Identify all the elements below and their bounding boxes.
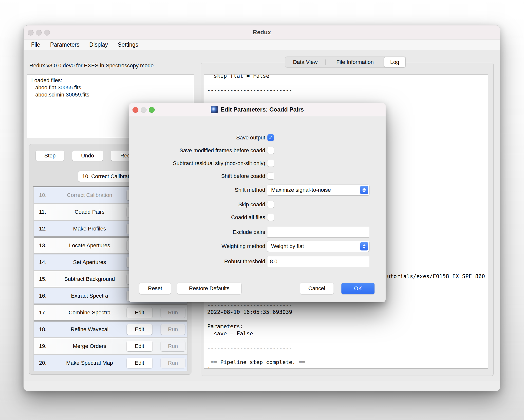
main-titlebar[interactable]: Redux xyxy=(24,25,500,39)
checkbox-unchecked[interactable] xyxy=(267,160,274,167)
run-button[interactable]: Run xyxy=(161,358,185,368)
step-number: 12. xyxy=(39,226,53,232)
param-label: Shift method xyxy=(139,186,265,194)
step-name: Locate Apertures xyxy=(53,242,127,249)
dialog-titlebar[interactable]: Edit Parameters: Coadd Pairs xyxy=(129,103,386,116)
reset-button[interactable]: Reset xyxy=(139,283,171,294)
chevron-up-down-icon xyxy=(360,186,368,194)
loaded-file-item: aboo.flat.30055.fits xyxy=(31,84,194,91)
param-label: Weighting method xyxy=(139,243,265,250)
pipeline-step-row: 18.Refine WavecalEditRun xyxy=(34,321,187,337)
step-name: Subtract Background xyxy=(53,276,127,282)
popup-value: Maximize signal-to-noise xyxy=(267,187,360,193)
step-name: Set Apertures xyxy=(53,259,127,266)
edit-button[interactable]: Edit xyxy=(127,358,152,368)
status-bar xyxy=(24,382,500,391)
tab-data-view[interactable]: Data View xyxy=(285,59,325,65)
tab-log[interactable]: Log xyxy=(384,57,406,67)
chevron-up-down-icon xyxy=(360,242,368,250)
popup-select[interactable]: Weight by flat xyxy=(267,241,369,252)
step-name: Extract Spectra xyxy=(53,293,127,299)
param-label: Save modified frames before coadd xyxy=(139,147,265,154)
edit-parameters-dialog: Edit Parameters: Coadd Pairs Save output… xyxy=(129,103,386,302)
step-name: Make Profiles xyxy=(53,226,127,232)
menu-parameters[interactable]: Parameters xyxy=(50,41,79,48)
step-number: 14. xyxy=(39,259,53,266)
step-name: Merge Orders xyxy=(53,343,127,349)
param-label: Robust threshold xyxy=(139,258,265,265)
window-title: Redux xyxy=(24,29,500,36)
step-number: 15. xyxy=(39,276,53,282)
view-tabs: Data View File Information Log xyxy=(285,57,406,68)
edit-button[interactable]: Edit xyxy=(127,324,152,335)
step-button[interactable]: Step xyxy=(36,151,64,161)
dialog-window-controls xyxy=(132,107,155,113)
param-label: Subtract residual sky (nod-on-slit only) xyxy=(139,160,265,167)
step-number: 11. xyxy=(39,209,53,215)
pipeline-step-row: 19.Merge OrdersEditRun xyxy=(34,338,187,354)
cancel-button[interactable]: Cancel xyxy=(300,283,334,294)
run-button[interactable]: Run xyxy=(161,324,185,335)
step-name: Make Spectral Map xyxy=(53,360,127,366)
menu-display[interactable]: Display xyxy=(89,41,108,48)
ok-button[interactable]: OK xyxy=(341,283,374,294)
step-number: 16. xyxy=(39,293,53,299)
loaded-files-list: aboo.flat.30055.fitsaboo.scimin.30059.fi… xyxy=(31,84,194,98)
param-label: Coadd all files xyxy=(139,214,265,221)
pipeline-step-row: 20.Make Spectral MapEditRun xyxy=(34,355,187,371)
step-number: 13. xyxy=(39,242,53,249)
checkbox-unchecked[interactable] xyxy=(267,201,274,208)
step-name: Refine Wavecal xyxy=(53,326,127,333)
step-number: 10. xyxy=(39,192,53,198)
menu-bar: FileParametersDisplaySettings xyxy=(24,39,500,50)
loaded-files-title: Loaded files: xyxy=(31,77,194,84)
step-name: Correct Calibration xyxy=(53,192,127,198)
app-icon xyxy=(211,106,218,113)
param-label: Exclude pairs xyxy=(139,229,265,236)
checkbox-unchecked[interactable] xyxy=(267,147,274,154)
step-name: Combine Spectra xyxy=(53,309,127,316)
menu-settings[interactable]: Settings xyxy=(118,41,138,48)
restore-defaults-button[interactable]: Restore Defaults xyxy=(177,283,241,294)
step-number: 19. xyxy=(39,343,53,349)
dialog-minimize-button[interactable] xyxy=(141,107,147,113)
dialog-close-button[interactable] xyxy=(132,107,138,113)
step-number: 20. xyxy=(39,360,53,366)
step-number: 17. xyxy=(39,309,53,316)
checkbox-unchecked[interactable] xyxy=(267,173,274,179)
param-label: Skip coadd xyxy=(139,201,265,208)
checkbox-checked[interactable]: ✓ xyxy=(267,134,274,141)
tab-file-information[interactable]: File Information xyxy=(326,59,384,65)
dialog-title: Edit Parameters: Coadd Pairs xyxy=(221,106,304,113)
popup-value: Weight by flat xyxy=(267,243,360,249)
text-field[interactable] xyxy=(267,227,369,238)
checkbox-unchecked[interactable] xyxy=(267,214,274,221)
step-number: 18. xyxy=(39,326,53,333)
popup-select[interactable]: Maximize signal-to-noise xyxy=(267,185,369,195)
menu-file[interactable]: File xyxy=(31,41,40,48)
run-button[interactable]: Run xyxy=(161,307,185,318)
text-field[interactable] xyxy=(267,256,369,267)
edit-button[interactable]: Edit xyxy=(127,341,152,351)
step-name: Coadd Pairs xyxy=(53,209,127,215)
dialog-zoom-button[interactable] xyxy=(149,107,155,113)
param-label: Shift before coadd xyxy=(139,172,265,180)
version-line: Redux v3.0.0.dev0 for EXES in Spectrosco… xyxy=(29,62,154,69)
desktop: { "main_window": { "title": "Redux", "me… xyxy=(0,0,524,420)
pipeline-step-row: 17.Combine SpectraEditRun xyxy=(34,305,187,321)
run-button[interactable]: Run xyxy=(161,341,185,351)
undo-button[interactable]: Undo xyxy=(72,151,103,161)
edit-button[interactable]: Edit xyxy=(127,307,152,318)
loaded-file-item: aboo.scimin.30059.fits xyxy=(31,91,194,98)
param-label: Save output xyxy=(139,134,265,141)
